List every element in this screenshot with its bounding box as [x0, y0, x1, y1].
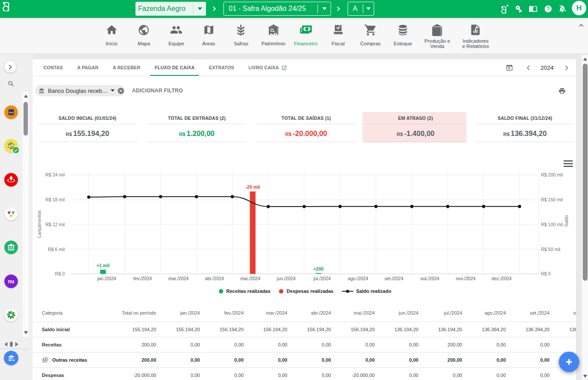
table-value-cell: 0,00 — [287, 337, 331, 352]
sidebar-scroll-down-icon[interactable] — [24, 331, 28, 334]
summary-card: SALDO FINAL (31/12/24)R$136.394,20 — [476, 112, 575, 142]
bank-item-banco-generico[interactable] — [4, 241, 18, 254]
plus-icon — [566, 359, 572, 365]
bank-item-viacredi[interactable] — [4, 207, 18, 221]
table-value-cell: 136.394,20 — [506, 322, 549, 337]
main-scroll-up-icon[interactable] — [583, 58, 587, 61]
legend-label: Despesas realizadas — [287, 288, 334, 294]
filter-chip-remove-icon[interactable] — [117, 87, 125, 95]
bank-item-nubank[interactable]: nu — [4, 275, 18, 288]
table-row-saldo-inicial[interactable]: Saldo inicial155.194,20155.194,20156.194… — [33, 322, 576, 337]
bank-item-itau[interactable]: Itaú — [4, 105, 18, 119]
season-selector-caret-icon[interactable] — [318, 7, 331, 10]
nav-item-label: Produção eVenda — [425, 38, 450, 49]
year-label[interactable]: 2024 — [534, 59, 560, 76]
table-header-row: CategoriaTotal no períodojan./2024fev./2… — [33, 304, 576, 322]
nav-item-fiscal[interactable]: Fiscal — [322, 18, 354, 54]
table-value-cell: 0,00 — [506, 368, 549, 380]
aegro-add-icon[interactable] — [497, 0, 511, 17]
filter-chip-caret-icon[interactable] — [111, 89, 115, 92]
table-value-cell: 0,00 — [287, 368, 331, 380]
chart-legend: Receitas realizadasDespesas realizadasSa… — [71, 288, 539, 294]
main-scrollbar[interactable] — [582, 55, 588, 380]
cashflow-chart: R$ 0R$ 0R$ 6 milR$ 50 milR$ 12 milR$ 100… — [33, 157, 576, 288]
nav-item-label: Fiscal — [331, 38, 345, 49]
bank-item-santander[interactable] — [4, 173, 18, 187]
table-header-cell: Total no período — [112, 304, 156, 322]
sidebar-expand-button[interactable] — [4, 61, 16, 73]
nav-item-producao-e-venda[interactable]: Produção eVenda — [419, 18, 456, 54]
nav-item-inicio[interactable]: Início — [95, 18, 128, 54]
year-prev-icon[interactable] — [524, 59, 533, 76]
add-bank-account-button[interactable] — [4, 351, 18, 365]
legend-line-icon — [342, 289, 353, 293]
avatar[interactable]: H — [572, 1, 586, 15]
bank-item-banco-do-brasil[interactable] — [4, 139, 18, 153]
help-icon[interactable] — [541, 0, 555, 17]
search-icon[interactable] — [7, 80, 15, 88]
nav-item-patrimonio[interactable]: Patrimônio — [257, 18, 289, 54]
notifications-off-icon[interactable] — [555, 0, 569, 17]
nav-item-indicadores-e-relatorios[interactable]: Indicadorese Relatórios — [456, 18, 496, 54]
summary-card-label: EM ATRASO (2) — [366, 114, 465, 124]
legend-item[interactable]: Saldo realizado — [342, 288, 392, 294]
nav-item-safras[interactable]: Safras — [225, 18, 257, 54]
summary-card-value: R$136.394,20 — [476, 124, 575, 142]
table-value-cell: 136.194,20 — [375, 322, 418, 337]
nav-item-financeiro[interactable]: Financeiro — [290, 18, 322, 54]
svg-text:nu: nu — [8, 278, 14, 285]
svg-text:Itaú: Itaú — [9, 111, 14, 114]
plot-selector-caret-icon[interactable] — [363, 7, 374, 10]
avatar-initial: H — [576, 4, 581, 13]
nav-item-areas[interactable]: Áreas — [193, 18, 225, 54]
svg-text:R$ 0: R$ 0 — [55, 271, 64, 276]
aegro-logo-icon[interactable] — [0, 0, 11, 11]
farm-selector-caret-icon[interactable] — [193, 7, 206, 10]
module-navbar: InícioMapaEquipeÁreasSafrasPatrimônioFin… — [0, 18, 588, 54]
plot-selector[interactable]: A — [348, 2, 374, 16]
add-filter-button[interactable]: ADICIONAR FILTRO — [132, 85, 183, 96]
table-value-cell: 0,00 — [200, 337, 243, 352]
print-icon[interactable] — [555, 84, 568, 97]
nav-item-label: Financeiro — [294, 38, 318, 49]
nav-item-label: Mapa — [138, 38, 150, 49]
sidebar-scroll-up-icon[interactable] — [24, 95, 28, 98]
legend-item[interactable]: Despesas realizadas — [279, 288, 334, 294]
svg-text:R$ 18 mil: R$ 18 mil — [45, 197, 64, 202]
nav-item-mapa[interactable]: Mapa — [128, 18, 160, 54]
year-next-icon[interactable] — [562, 59, 571, 76]
stamp-icon — [332, 24, 345, 36]
svg-text:mai./2024: mai./2024 — [240, 276, 260, 281]
main-scroll-thumb[interactable] — [583, 64, 588, 281]
key-icon[interactable] — [512, 0, 526, 17]
table-value-cell: 0,00 — [331, 337, 375, 352]
bank-item-sicredi[interactable] — [4, 308, 18, 322]
svg-text:abr./2024: abr./2024 — [205, 276, 224, 281]
pager-next-icon[interactable] — [15, 342, 18, 346]
table-row-outras-receitas[interactable]: Outras receitas200,000,000,000,000,000,0… — [33, 353, 576, 368]
table-value-cell: 0,00 — [156, 337, 200, 352]
pager-prev-icon[interactable] — [4, 342, 7, 346]
nav-item-equipe[interactable]: Equipe — [160, 18, 193, 54]
year-nav: 2024 — [33, 59, 576, 76]
legend-item[interactable]: Receitas realizadas — [219, 288, 271, 294]
farm-selector[interactable]: Fazenda Aegro — [135, 2, 206, 16]
table-row-receitas[interactable]: Receitas200,000,000,000,000,000,000,0020… — [33, 337, 576, 353]
svg-text:Lançamentos: Lançamentos — [37, 210, 42, 238]
main-scroll-down-icon[interactable] — [583, 375, 587, 378]
calendar-icon[interactable] — [503, 59, 516, 76]
table-value-cell: 0,00 — [243, 337, 287, 352]
table-row-despesas[interactable]: Despesas-20.000,000,000,000,000,00-20.00… — [33, 368, 576, 380]
sidebar-scroll-thumb[interactable] — [24, 102, 28, 136]
book-icon[interactable] — [526, 0, 540, 17]
collapse-navbar-icon[interactable] — [579, 24, 587, 31]
add-transaction-fab[interactable] — [559, 352, 579, 372]
nav-item-compras[interactable]: Compras — [354, 18, 386, 54]
table-value-cell: 0,00 — [462, 337, 506, 352]
pager-thumb[interactable] — [10, 342, 13, 347]
filter-chip[interactable]: Banco Douglas receb… — [35, 85, 125, 96]
filter-chip-label: Banco Douglas receb… — [48, 88, 108, 94]
season-selector[interactable]: 01 - Safra Algodão 24/25 — [223, 2, 331, 16]
sidebar-scrollbar[interactable] — [23, 92, 29, 337]
nav-item-estoque[interactable]: Estoque — [387, 18, 419, 54]
